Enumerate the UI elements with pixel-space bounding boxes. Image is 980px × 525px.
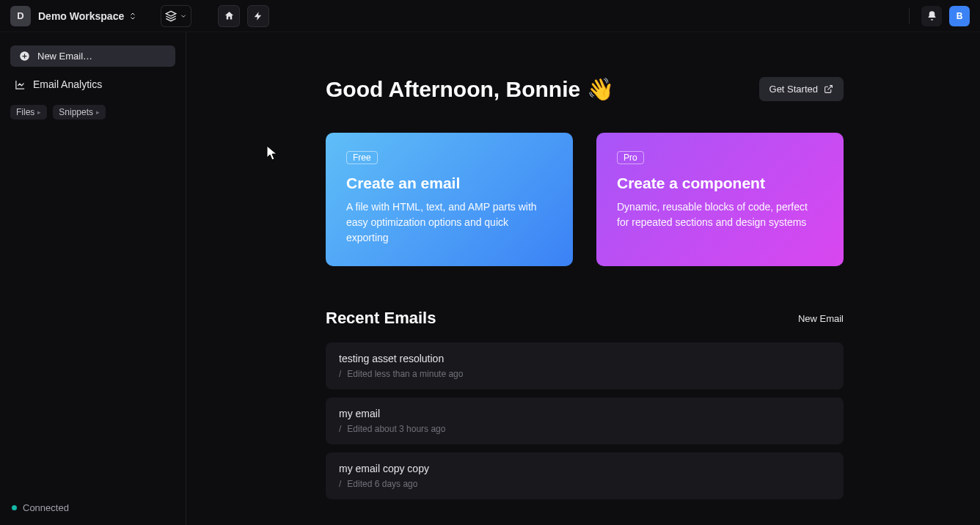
lightning-button[interactable] bbox=[247, 5, 269, 27]
tag-label: Snippets bbox=[59, 107, 93, 117]
email-edited: Edited less than a minute ago bbox=[347, 369, 463, 379]
recent-emails-title: Recent Emails bbox=[326, 309, 436, 328]
email-list-item[interactable]: my email copy copy / Edited 6 days ago bbox=[326, 452, 844, 499]
slash: / bbox=[339, 369, 341, 379]
layers-button[interactable] bbox=[161, 5, 191, 27]
card-description: Dynamic, reusable blocks of code, perfec… bbox=[617, 199, 808, 230]
status-dot-icon bbox=[12, 505, 17, 510]
sidebar-tag-files[interactable]: Files ▸ bbox=[10, 105, 47, 120]
avatar[interactable]: B bbox=[949, 6, 970, 26]
sidebar-tag-snippets[interactable]: Snippets ▸ bbox=[53, 105, 106, 120]
email-edited: Edited 6 days ago bbox=[347, 479, 417, 489]
tag-label: Files bbox=[16, 107, 34, 117]
email-list-item[interactable]: my email / Edited about 3 hours ago bbox=[326, 397, 844, 444]
email-item-meta: / Edited less than a minute ago bbox=[339, 369, 830, 379]
external-link-icon bbox=[824, 84, 833, 94]
slash: / bbox=[339, 479, 341, 489]
email-list: testing asset resolution / Edited less t… bbox=[326, 342, 844, 499]
chevron-up-down-icon bbox=[128, 12, 137, 21]
email-list-item[interactable]: testing asset resolution / Edited less t… bbox=[326, 342, 844, 389]
get-started-button[interactable]: Get Started bbox=[759, 77, 844, 101]
card-badge: Pro bbox=[617, 151, 644, 164]
email-item-title: my email bbox=[339, 408, 830, 419]
layers-icon bbox=[165, 10, 177, 22]
create-component-card[interactable]: Pro Create a component Dynamic, reusable… bbox=[596, 133, 844, 266]
card-description: A file with HTML, text, and AMP parts wi… bbox=[346, 199, 537, 246]
notifications-button[interactable] bbox=[921, 6, 942, 26]
sidebar-tags: Files ▸ Snippets ▸ bbox=[10, 105, 175, 120]
main: Good Afternoon, Bonnie 👋 Get Started Fre… bbox=[186, 32, 980, 525]
svg-marker-0 bbox=[167, 11, 176, 16]
divider bbox=[909, 8, 910, 24]
lightning-icon bbox=[253, 11, 263, 21]
email-item-title: my email copy copy bbox=[339, 463, 830, 474]
workspace-name: Demo Workspace bbox=[38, 10, 124, 22]
chevron-down-icon bbox=[180, 12, 187, 20]
new-email-link[interactable]: New Email bbox=[798, 313, 844, 324]
slash: / bbox=[339, 424, 341, 434]
email-edited: Edited about 3 hours ago bbox=[347, 424, 445, 434]
home-icon bbox=[224, 10, 235, 21]
chevron-right-icon: ▸ bbox=[37, 109, 41, 116]
email-item-title: testing asset resolution bbox=[339, 353, 830, 364]
get-started-label: Get Started bbox=[769, 84, 818, 95]
card-badge: Free bbox=[346, 151, 378, 164]
bell-icon bbox=[926, 10, 937, 21]
workspace-badge[interactable]: D bbox=[10, 6, 31, 26]
chart-icon bbox=[15, 79, 26, 90]
chevron-right-icon: ▸ bbox=[96, 109, 100, 116]
email-item-meta: / Edited about 3 hours ago bbox=[339, 424, 830, 434]
page-title: Good Afternoon, Bonnie 👋 bbox=[326, 76, 614, 102]
topbar: D Demo Workspace B bbox=[0, 0, 980, 32]
plus-circle-icon bbox=[19, 51, 30, 62]
sidebar: New Email… Email Analytics Files ▸ Snipp… bbox=[0, 32, 186, 525]
email-item-meta: / Edited 6 days ago bbox=[339, 479, 830, 489]
home-button[interactable] bbox=[218, 5, 240, 27]
connection-status: Connected bbox=[12, 502, 69, 513]
sidebar-item-analytics[interactable]: Email Analytics bbox=[10, 76, 175, 93]
workspace-switcher[interactable]: Demo Workspace bbox=[38, 10, 137, 22]
new-email-button[interactable]: New Email… bbox=[10, 45, 175, 67]
card-title: Create a component bbox=[617, 175, 823, 192]
new-email-label: New Email… bbox=[37, 51, 92, 62]
card-title: Create an email bbox=[346, 175, 552, 192]
analytics-label: Email Analytics bbox=[33, 78, 102, 90]
connected-label: Connected bbox=[23, 502, 69, 513]
create-email-card[interactable]: Free Create an email A file with HTML, t… bbox=[326, 133, 573, 266]
